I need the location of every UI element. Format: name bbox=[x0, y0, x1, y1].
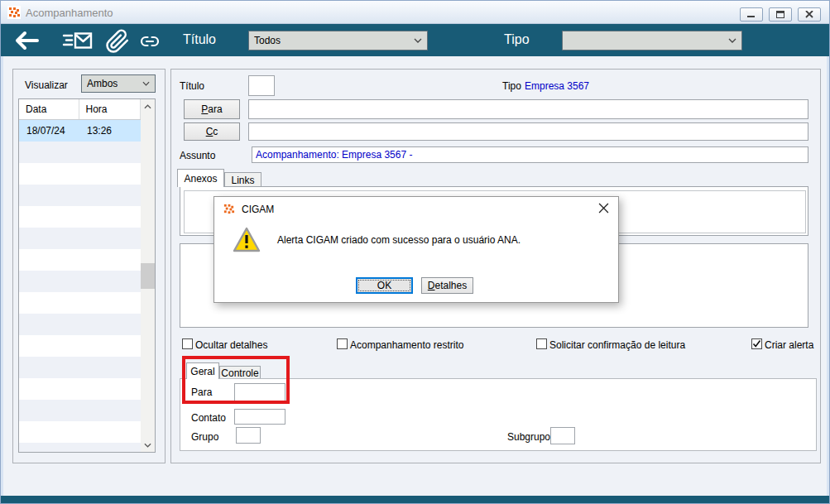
minimize-icon bbox=[747, 11, 756, 18]
titulo-filter-value: Todos bbox=[254, 35, 281, 46]
contato-input[interactable] bbox=[234, 409, 285, 425]
chevron-down-icon bbox=[414, 38, 422, 43]
maximize-icon bbox=[776, 11, 784, 18]
window-title: Acompanhamento bbox=[26, 7, 113, 19]
titulo-input[interactable] bbox=[248, 75, 275, 96]
tipo-filter-dropdown[interactable] bbox=[562, 31, 742, 50]
close-icon bbox=[598, 203, 609, 214]
dialog-message: Alerta CIGAM criado com sucesso para o u… bbox=[277, 234, 521, 246]
paperclip-icon bbox=[104, 29, 131, 54]
maximize-button[interactable] bbox=[769, 7, 792, 22]
para-input[interactable] bbox=[248, 99, 808, 119]
scroll-down-icon[interactable] bbox=[141, 438, 155, 452]
cell-hora: 13:26 bbox=[79, 125, 112, 137]
close-button[interactable] bbox=[798, 7, 821, 22]
visualizar-label: Visualizar bbox=[25, 79, 68, 91]
cigam-logo-icon bbox=[223, 203, 235, 215]
main-toolbar: Título Todos Tipo bbox=[1, 24, 829, 56]
send-followup-button[interactable] bbox=[62, 31, 94, 54]
ocultar-detalhes-label: Ocultar detalhes bbox=[195, 339, 267, 351]
list-header: Data Hora bbox=[19, 99, 141, 120]
close-icon bbox=[805, 11, 813, 18]
back-arrow-icon bbox=[12, 31, 40, 50]
assunto-input[interactable] bbox=[252, 146, 808, 163]
solicitar-confirmacao-label: Solicitar confirmação de leitura bbox=[549, 339, 685, 351]
cell-data: 18/07/24 bbox=[19, 125, 79, 137]
contato-label: Contato bbox=[191, 412, 226, 424]
chevron-down-icon bbox=[142, 81, 150, 86]
list-row-selected[interactable]: 18/07/24 13:26 bbox=[19, 120, 141, 142]
tab-anexos[interactable]: Anexos bbox=[177, 169, 224, 187]
list-empty-rows bbox=[19, 142, 141, 452]
followup-list: Data Hora 18/07/24 13:26 bbox=[18, 98, 156, 453]
list-scrollbar[interactable] bbox=[141, 99, 155, 452]
back-button[interactable] bbox=[12, 31, 40, 54]
scroll-up-icon[interactable] bbox=[141, 99, 155, 113]
link-icon bbox=[136, 31, 164, 51]
ocultar-detalhes-checkbox[interactable] bbox=[182, 338, 193, 349]
tipo-label: Tipo bbox=[502, 80, 521, 92]
dialog-title: CIGAM bbox=[242, 204, 274, 215]
dialog-close-button[interactable] bbox=[598, 202, 609, 217]
bottom-accent-bar bbox=[1, 496, 829, 503]
checkmark-icon bbox=[752, 339, 761, 348]
chevron-down-icon bbox=[728, 38, 736, 43]
titulo-filter-dropdown[interactable]: Todos bbox=[248, 31, 428, 50]
warning-icon bbox=[233, 227, 261, 252]
acompanhamento-restrito-label: Acompanhamento restrito bbox=[350, 339, 463, 351]
left-panel-groupbox: Visualizar Ambos Data Hora 18/07/24 13:2… bbox=[12, 69, 166, 463]
minimize-button[interactable] bbox=[740, 7, 763, 22]
tab-links[interactable]: Links bbox=[224, 172, 261, 187]
subgrupo-input[interactable] bbox=[550, 427, 575, 444]
column-header-hora[interactable]: Hora bbox=[79, 99, 142, 119]
cigam-logo-icon bbox=[7, 6, 21, 19]
toolbar-titulo-label: Título bbox=[183, 32, 216, 47]
para-button[interactable]: Para bbox=[184, 99, 240, 119]
scroll-thumb[interactable] bbox=[141, 263, 155, 289]
solicitar-confirmacao-checkbox[interactable] bbox=[536, 338, 547, 349]
acompanhamento-restrito-checkbox[interactable] bbox=[337, 338, 348, 349]
title-bar: Acompanhamento bbox=[1, 1, 829, 24]
attach-file-button[interactable] bbox=[104, 29, 131, 57]
ok-button[interactable]: OK bbox=[356, 277, 413, 294]
toolbar-tipo-label: Tipo bbox=[504, 32, 530, 47]
criar-alerta-checkbox[interactable] bbox=[751, 338, 762, 349]
link-button[interactable] bbox=[136, 31, 164, 55]
assunto-label: Assunto bbox=[180, 150, 215, 161]
criar-alerta-label: Criar alerta bbox=[765, 339, 813, 351]
tipo-value-link[interactable]: Empresa 3567 bbox=[525, 80, 589, 92]
visualizar-value: Ambos bbox=[87, 78, 118, 89]
cigam-alert-dialog: CIGAM Alerta CIGAM criado com sucesso pa… bbox=[213, 196, 619, 303]
send-message-icon bbox=[62, 31, 94, 50]
visualizar-dropdown[interactable]: Ambos bbox=[81, 74, 156, 93]
annotation-highlight-rectangle bbox=[182, 356, 290, 404]
titulo-label: Título bbox=[180, 80, 204, 92]
grupo-input[interactable] bbox=[236, 427, 261, 444]
subgrupo-label: Subgrupo bbox=[507, 431, 550, 443]
detalhes-button[interactable]: Detalhes bbox=[421, 277, 473, 294]
column-header-data[interactable]: Data bbox=[19, 99, 79, 119]
cc-button[interactable]: Cc bbox=[184, 122, 240, 141]
grupo-label: Grupo bbox=[191, 431, 218, 443]
cc-input[interactable] bbox=[248, 122, 808, 141]
ok-button-label: OK bbox=[358, 280, 410, 291]
acompanhamento-window: Acompanhamento bbox=[0, 0, 830, 504]
